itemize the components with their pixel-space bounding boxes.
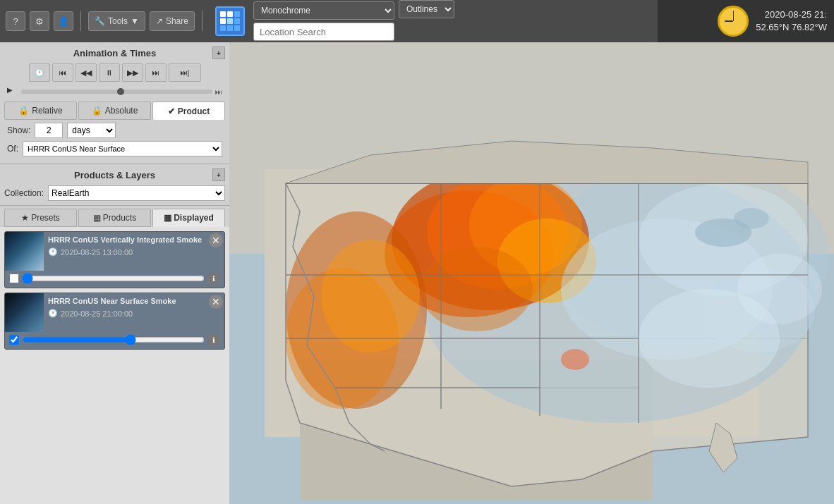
show-unit-select[interactable]: days hours minutes <box>67 123 116 138</box>
step-fwd-button[interactable]: ▶▶ <box>122 63 143 82</box>
products-title-text: Products & Layers <box>17 170 212 180</box>
svg-point-20 <box>321 240 420 352</box>
layer-1-time: 🕐 2020-08-25 13:00:00 <box>48 247 205 257</box>
animation-title-text: Animation & Times <box>17 48 212 59</box>
tab-absolute[interactable]: 🔒 Absolute <box>78 102 151 120</box>
tools-chevron: ▼ <box>131 16 139 26</box>
show-label: Show: <box>7 125 30 135</box>
map-svg[interactable] <box>229 42 834 504</box>
relative-lock-icon: 🔒 <box>18 106 29 116</box>
collection-select[interactable]: RealEarth NOAA NASA <box>48 185 225 201</box>
relative-tab-label: Relative <box>32 106 62 116</box>
animation-panel: Animation & Times + 🕐 ⏮ ◀◀ ⏸ ▶▶ ⏭ ⏭| ▶ ⏭… <box>0 42 229 164</box>
settings-button[interactable]: ⚙ <box>30 11 49 31</box>
animation-timeline: ▶ ⏭ <box>4 86 225 97</box>
time-mode-tabs: 🔒 Relative 🔒 Absolute ✔ Product <box>4 102 225 120</box>
separator-2 <box>202 11 203 31</box>
map-logo[interactable] <box>215 6 245 36</box>
share-label: Share <box>166 16 188 26</box>
layer-2-info-button[interactable]: ℹ <box>207 333 220 346</box>
tab-relative[interactable]: 🔒 Relative <box>4 102 77 120</box>
layer-2-thumbnail <box>5 293 44 332</box>
layer-1-info-button[interactable]: ℹ <box>207 272 220 285</box>
separator-1 <box>80 11 81 31</box>
show-value-input[interactable] <box>35 123 63 138</box>
coords-line: 52.65°N 76.82°W <box>756 21 827 34</box>
collection-row: Collection: RealEarth NOAA NASA <box>4 185 225 201</box>
layer-2-checkbox[interactable] <box>9 335 19 345</box>
tools-button[interactable]: 🔧 Tools ▼ <box>88 11 145 31</box>
layer-2-opacity-slider[interactable] <box>22 334 205 345</box>
skip-back-button[interactable]: ⏮ <box>52 63 73 82</box>
animation-expand-button[interactable]: + <box>212 47 225 59</box>
products-panel: Products & Layers + Collection: RealEart… <box>0 164 229 504</box>
layer-item-1: HRRR ConUS Vertically Integrated Smoke 🕐… <box>4 231 225 288</box>
share-button[interactable]: ↗ Share <box>150 11 195 31</box>
presets-tab-label: Presets <box>31 213 60 223</box>
location-search-input[interactable] <box>253 23 394 41</box>
date-line: 2020-08-25 21: <box>756 8 827 21</box>
user-button[interactable]: 👤 <box>54 11 73 31</box>
map-area[interactable] <box>229 42 834 504</box>
step-back-button[interactable]: ◀◀ <box>75 63 97 82</box>
svg-point-26 <box>561 349 589 370</box>
tab-displayed[interactable]: ▦ Displayed <box>152 209 225 227</box>
product-tab-label: Product <box>178 106 210 116</box>
of-product-select[interactable]: HRRR ConUS Near Surface HRRR ConUS Verti… <box>23 141 222 156</box>
layer-1-info: HRRR ConUS Vertically Integrated Smoke 🕐… <box>44 232 209 271</box>
tools-label: Tools <box>108 16 128 26</box>
timeline-bar[interactable] <box>21 90 212 94</box>
displayed-tab-label: Displayed <box>174 213 214 223</box>
share-icon: ↗ <box>156 16 163 26</box>
of-label: Of: <box>7 144 18 154</box>
datetime-text: 2020-08-25 21: 52.65°N 76.82°W <box>756 8 827 34</box>
layer-2-name: HRRR ConUS Near Surface Smoke <box>48 296 205 306</box>
tab-presets[interactable]: ★ Presets <box>4 209 77 227</box>
products-grid-icon: ▦ <box>93 213 101 223</box>
layer-1-header: HRRR ConUS Vertically Integrated Smoke 🕐… <box>5 232 224 271</box>
show-row: Show: days hours minutes <box>4 123 225 138</box>
layer-2-close-button[interactable]: ✕ <box>209 295 223 309</box>
tab-product[interactable]: ✔ Product <box>152 102 225 120</box>
presets-star-icon: ★ <box>21 213 29 223</box>
clock-button[interactable]: 🕐 <box>29 63 50 82</box>
layer-2-slider-row: ℹ <box>5 332 224 349</box>
layer-2-info: HRRR ConUS Near Surface Smoke 🕐 2020-08-… <box>44 293 209 332</box>
animation-panel-title: Animation & Times + <box>4 47 225 59</box>
layer-2-header: HRRR ConUS Near Surface Smoke 🕐 2020-08-… <box>5 293 224 332</box>
products-tab-label: Products <box>103 213 136 223</box>
svg-point-17 <box>420 247 533 331</box>
products-expand-button[interactable]: + <box>212 168 225 181</box>
absolute-lock-icon: 🔒 <box>92 106 102 116</box>
svg-point-25 <box>737 254 822 324</box>
layer-1-close-button[interactable]: ✕ <box>209 233 223 247</box>
tab-products[interactable]: ▦ Products <box>78 209 151 227</box>
layer-1-timestamp: 2020-08-25 13:00:00 <box>61 248 133 257</box>
layer-item-2: HRRR ConUS Near Surface Smoke 🕐 2020-08-… <box>4 293 225 350</box>
animation-controls: 🕐 ⏮ ◀◀ ⏸ ▶▶ ⏭ ⏭| <box>4 63 225 82</box>
layer-2-time: 🕐 2020-08-25 21:00:00 <box>48 309 205 318</box>
layer-1-thumbnail <box>5 232 44 271</box>
timeline-thumb[interactable] <box>117 88 124 95</box>
of-row: Of: HRRR ConUS Near Surface HRRR ConUS V… <box>4 141 225 156</box>
overlay-select[interactable]: Outlines None Labels <box>399 0 454 18</box>
datetime-display: 2020-08-25 21: 52.65°N 76.82°W <box>658 0 834 42</box>
timeline-end: ⏭ <box>215 88 222 96</box>
products-title: Products & Layers + <box>4 168 225 181</box>
skip-fwd-button[interactable]: ⏭ <box>145 63 167 82</box>
layer-1-checkbox[interactable] <box>9 273 19 283</box>
layer-2-timestamp: 2020-08-25 21:00:00 <box>61 309 133 318</box>
clock-face <box>718 6 749 37</box>
map-style-select[interactable]: Monochrome Satellite Street Dark <box>253 1 394 20</box>
left-panel: Animation & Times + 🕐 ⏮ ◀◀ ⏸ ▶▶ ⏭ ⏭| ▶ ⏭… <box>0 42 229 504</box>
products-header: Products & Layers + Collection: RealEart… <box>0 164 229 206</box>
product-tabs: ★ Presets ▦ Products ▦ Displayed <box>0 206 229 227</box>
end-button[interactable]: ⏭| <box>169 63 201 82</box>
layer-1-opacity-slider[interactable] <box>22 273 205 284</box>
svg-point-28 <box>734 208 769 229</box>
help-button[interactable]: ? <box>6 11 25 31</box>
absolute-tab-label: Absolute <box>105 106 138 116</box>
pause-button[interactable]: ⏸ <box>99 63 120 82</box>
layer-1-name: HRRR ConUS Vertically Integrated Smoke <box>48 235 205 245</box>
layer-2-clock-icon: 🕐 <box>48 309 58 318</box>
